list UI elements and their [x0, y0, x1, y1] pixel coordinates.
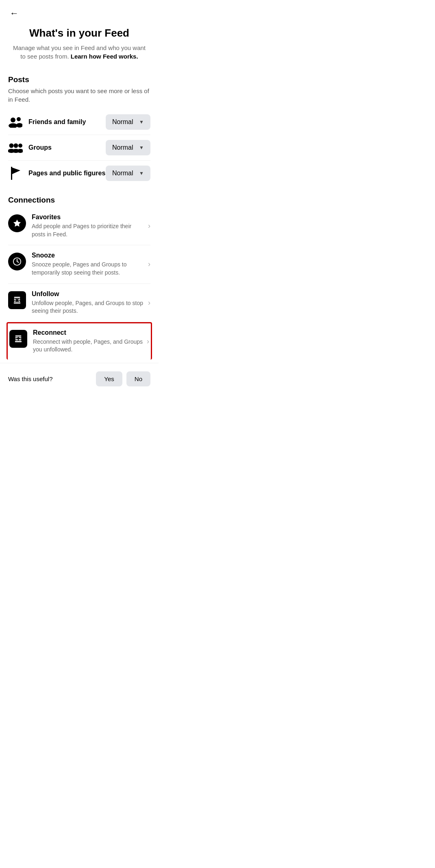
page-subtitle: Manage what you see in Feed and who you …: [10, 44, 149, 61]
feedback-label: Was this useful?: [8, 375, 53, 382]
svg-rect-19: [15, 336, 22, 337]
connections-section-title: Connections: [8, 196, 150, 205]
reconnect-desc: Reconnect with people, Pages, and Groups…: [33, 338, 144, 354]
header: ←: [0, 0, 159, 24]
svg-rect-10: [11, 167, 12, 180]
favorites-title: Favorites: [32, 214, 145, 221]
groups-option: Groups Normal ▼: [8, 135, 150, 161]
snooze-icon-container: [8, 253, 26, 270]
reconnect-icon: [14, 334, 23, 343]
groups-icon: [8, 140, 23, 155]
pages-dropdown[interactable]: Normal ▼: [106, 166, 150, 181]
svg-point-6: [14, 144, 18, 148]
unfollow-desc: Unfollow people, Pages, and Groups to st…: [32, 299, 145, 315]
friends-family-left: Friends and family: [8, 115, 86, 129]
star-icon: [13, 219, 22, 228]
friends-family-label: Friends and family: [28, 118, 86, 126]
dropdown-arrow-icon-2: ▼: [139, 145, 144, 150]
pages-value: Normal: [112, 170, 133, 177]
posts-section-desc: Choose which posts you want to see more …: [8, 87, 150, 104]
favorites-content: Favorites Add people and Pages to priori…: [32, 214, 145, 238]
snooze-desc: Snooze people, Pages and Groups to tempo…: [32, 261, 145, 277]
svg-point-4: [9, 144, 14, 148]
favorites-desc: Add people and Pages to prioritize their…: [32, 222, 145, 238]
friends-family-dropdown[interactable]: Normal ▼: [106, 114, 150, 130]
unfollow-item[interactable]: Unfollow Unfollow people, Pages, and Gro…: [8, 284, 150, 322]
friends-family-value: Normal: [112, 118, 133, 126]
no-button[interactable]: No: [126, 371, 150, 386]
snooze-item[interactable]: Snooze Snooze people, Pages and Groups t…: [8, 245, 150, 284]
reconnect-chevron-icon: ›: [147, 337, 149, 346]
page-container: ← What's in your Feed Manage what you se…: [0, 0, 159, 395]
reconnect-item[interactable]: Reconnect Reconnect with people, Pages, …: [7, 322, 152, 360]
svg-point-1: [9, 123, 17, 128]
unfollow-title: Unfollow: [32, 290, 145, 298]
pages-icon: [8, 166, 23, 181]
unfollow-content: Unfollow Unfollow people, Pages, and Gro…: [32, 290, 145, 315]
learn-how-link[interactable]: Learn how Feed works.: [71, 53, 138, 60]
favorites-item[interactable]: Favorites Add people and Pages to priori…: [8, 207, 150, 245]
svg-marker-11: [12, 168, 20, 174]
flag-icon: [10, 167, 21, 180]
friends-family-option: Friends and family Normal ▼: [8, 109, 150, 135]
dropdown-arrow-icon-3: ▼: [139, 170, 144, 176]
unfollow-icon-container: [8, 291, 26, 309]
snooze-content: Snooze Snooze people, Pages and Groups t…: [32, 252, 145, 277]
pages-label: Pages and public figures: [28, 170, 105, 177]
snooze-title: Snooze: [32, 252, 145, 259]
reconnect-icon-container: [9, 330, 27, 348]
people-icon: [9, 116, 22, 128]
reconnect-title: Reconnect: [33, 329, 144, 336]
groups-dropdown[interactable]: Normal ▼: [106, 140, 150, 155]
groups-left: Groups: [8, 140, 52, 155]
svg-point-8: [18, 144, 22, 148]
posts-section-title: Posts: [8, 75, 150, 84]
groups-value: Normal: [112, 144, 133, 151]
svg-point-3: [16, 123, 22, 128]
svg-rect-22: [15, 341, 22, 342]
feedback-section: Was this useful? Yes No: [0, 363, 159, 395]
posts-section: Posts Choose which posts you want to see…: [0, 69, 159, 189]
pages-option: Pages and public figures Normal ▼: [8, 161, 150, 186]
snooze-chevron-icon: ›: [148, 260, 150, 268]
svg-rect-16: [14, 302, 21, 303]
back-button[interactable]: ←: [8, 7, 20, 20]
svg-rect-13: [14, 297, 20, 298]
back-arrow-icon: ←: [10, 8, 19, 19]
feedback-buttons: Yes No: [96, 371, 150, 386]
page-title: What's in your Feed: [10, 27, 149, 39]
groups-people-icon: [8, 142, 23, 153]
friends-family-icon: [8, 115, 23, 129]
unfollow-icon: [13, 296, 22, 305]
title-section: What's in your Feed Manage what you see …: [0, 24, 159, 69]
svg-point-2: [17, 117, 21, 121]
yes-button[interactable]: Yes: [96, 371, 122, 386]
dropdown-arrow-icon: ▼: [139, 119, 144, 125]
pages-left: Pages and public figures: [8, 166, 105, 181]
favorites-icon-container: [8, 214, 26, 232]
favorites-chevron-icon: ›: [148, 222, 150, 230]
clock-icon: [13, 257, 22, 266]
groups-label: Groups: [28, 144, 52, 151]
reconnect-content: Reconnect Reconnect with people, Pages, …: [33, 329, 144, 354]
unfollow-chevron-icon: ›: [148, 299, 150, 307]
svg-point-0: [11, 118, 15, 122]
connections-section: Connections Favorites Add people and Pag…: [0, 189, 159, 360]
